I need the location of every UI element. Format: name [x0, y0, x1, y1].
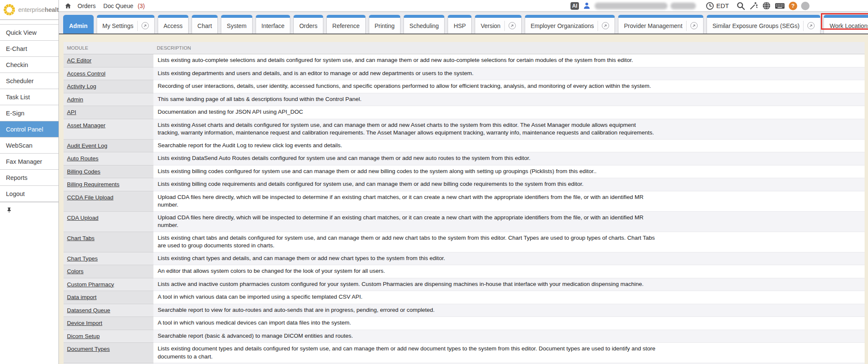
tab-my-settings[interactable]: My Settings — [97, 15, 155, 34]
module-link[interactable]: Dicom Setup — [67, 333, 100, 339]
table-row: Device Import A tool in which various me… — [64, 317, 865, 330]
sidebar-item-e-sign[interactable]: E-Sign — [0, 105, 58, 121]
module-link[interactable]: Access Control — [67, 70, 106, 77]
home-button[interactable] — [64, 3, 72, 9]
sidebar-item-label: E-Sign — [6, 110, 25, 117]
tab-scheduling[interactable]: Scheduling — [403, 15, 445, 34]
sidebar-item-fax-manager[interactable]: Fax Manager — [0, 153, 58, 169]
sidebar-item-reports[interactable]: Reports — [0, 169, 58, 185]
tab-orders[interactable]: Orders — [293, 15, 323, 34]
module-link[interactable]: Chart Types — [67, 255, 98, 262]
module-cell: Chart Tabs — [64, 232, 153, 252]
sidebar-item-scheduler[interactable]: Scheduler — [0, 73, 58, 89]
table-row: CDA Upload Upload CDA files here directl… — [64, 212, 865, 232]
ai-badge[interactable]: AI — [570, 2, 579, 10]
column-header-module: MODULE — [64, 42, 153, 54]
wand-icon[interactable] — [749, 1, 758, 10]
module-link[interactable]: Activity Log — [67, 83, 96, 90]
module-link[interactable]: Auto Routes — [67, 155, 98, 162]
table-row: Custom Pharmacy Lists active and inactiv… — [64, 278, 865, 291]
module-table: MODULE DESCRIPTION AC Editor Lists exist… — [64, 42, 865, 364]
tab-version[interactable]: Version — [475, 15, 522, 34]
sidebar-item-webscan[interactable]: WebScan — [0, 137, 58, 153]
module-link[interactable]: Audit Event Log — [67, 143, 107, 149]
sidebar-item-quick-view[interactable]: Quick View — [0, 24, 58, 40]
keyboard-icon[interactable] — [775, 2, 785, 10]
clock-icon[interactable] — [706, 2, 714, 10]
tab-work-locations[interactable]: Work Locations — [823, 15, 868, 34]
module-link[interactable]: Colors — [67, 268, 83, 274]
tab-label: Printing — [375, 22, 395, 29]
sidebar-item-task-list[interactable]: Task List — [0, 89, 58, 105]
tab-interface[interactable]: Interface — [256, 15, 290, 34]
module-link[interactable]: Custom Pharmacy — [67, 281, 114, 288]
external-link-icon[interactable] — [690, 22, 698, 29]
module-link[interactable]: CCDA File Upload — [67, 194, 114, 201]
tab-system[interactable]: System — [221, 15, 253, 34]
sidebar-item-checkin[interactable]: Checkin — [0, 56, 58, 73]
avatar[interactable] — [801, 2, 810, 10]
external-link-icon[interactable] — [142, 22, 149, 29]
table-row: Chart Types Lists existing chart types a… — [64, 252, 865, 266]
module-link[interactable]: Datasend Queue — [67, 307, 110, 314]
external-link-icon[interactable] — [807, 22, 815, 29]
globe-icon[interactable] — [762, 1, 771, 10]
module-link[interactable]: Chart Tabs — [67, 235, 95, 241]
app-logo[interactable]: enterprisehealth — [0, 0, 58, 20]
tab-external-divider — [137, 21, 149, 31]
tab-hsp[interactable]: HSP — [448, 15, 472, 34]
description-cell: Lists existing DataSend Auto Routes deta… — [153, 152, 865, 165]
sidebar-item-e-chart[interactable]: E-Chart — [0, 40, 58, 56]
tab-employer-organizations[interactable]: Employer Organizations — [525, 15, 615, 34]
tab-label: Reference — [332, 22, 360, 29]
module-link[interactable]: Billing Codes — [67, 168, 100, 175]
tab-printing[interactable]: Printing — [369, 15, 401, 34]
module-link[interactable]: Admin — [67, 96, 83, 103]
module-description: Lists existing chart types and details, … — [158, 255, 658, 263]
breadcrumb-orders[interactable]: Orders — [78, 3, 96, 9]
external-link-icon[interactable] — [509, 22, 516, 29]
pin-button[interactable] — [0, 202, 58, 218]
module-cell: Billing Codes — [64, 165, 153, 179]
sidebar-item-logout[interactable]: Logout — [0, 185, 58, 202]
tab-strip: Admin My Settings Access Char — [59, 12, 868, 34]
pin-icon — [6, 207, 12, 213]
breadcrumb-doc-queue[interactable]: Doc Queue(3) — [103, 3, 145, 9]
module-link[interactable]: AC Editor — [67, 57, 92, 64]
tab-label: System — [227, 22, 247, 29]
user-icon[interactable] — [583, 2, 591, 10]
tab-reference[interactable]: Reference — [326, 15, 366, 34]
tab-provider-management[interactable]: Provider Management — [618, 15, 704, 34]
module-link[interactable]: API — [67, 109, 76, 115]
tab-access[interactable]: Access — [158, 15, 189, 34]
top-bar-icons: AI EDT — [570, 1, 810, 11]
module-link[interactable]: Asset Manager — [67, 122, 106, 129]
sidebar-item-label: Reports — [6, 174, 28, 181]
tab-label: Orders — [299, 22, 317, 29]
external-link-icon[interactable] — [602, 22, 609, 29]
module-description: Lists existing billing codes configured … — [158, 168, 658, 176]
description-cell: Searchable report to view for auto-route… — [153, 304, 865, 317]
module-cell: CCDA File Upload — [64, 191, 153, 212]
module-link[interactable]: CDA Upload — [67, 215, 98, 221]
table-row: Dicom Setup Searchable report (basic & a… — [64, 330, 865, 343]
tab-admin[interactable]: Admin — [63, 15, 94, 34]
module-link[interactable]: Device Import — [67, 320, 102, 326]
search-icon[interactable] — [736, 1, 746, 11]
module-link[interactable]: Data import — [67, 294, 97, 300]
module-cell: Device Import — [64, 317, 153, 330]
logo-wordmark: enterprisehealth — [18, 6, 62, 13]
sidebar: enterprisehealth Quick View E-Chart Chec… — [0, 0, 59, 364]
table-row: Asset Manager Lists existing Asset chart… — [64, 119, 865, 140]
tab-similar-exposure-groups-segs[interactable]: Similar Exposure Groups (SEGs) — [707, 15, 821, 34]
sidebar-item-control-panel[interactable]: Control Panel — [0, 121, 58, 137]
description-cell: Lists active and inactive custom pharmac… — [153, 278, 865, 291]
description-cell: Upload CDA files here directly, which wi… — [153, 212, 865, 232]
description-cell: Documentation and testing for JSON API u… — [153, 106, 865, 119]
module-link[interactable]: Billing Requirements — [67, 181, 120, 188]
content-area: MODULE DESCRIPTION AC Editor Lists exist… — [59, 34, 868, 364]
module-link[interactable]: Document Types — [67, 346, 110, 352]
help-icon[interactable]: ? — [789, 2, 797, 10]
sidebar-item-label: Scheduler — [6, 78, 33, 84]
tab-chart[interactable]: Chart — [192, 15, 218, 34]
